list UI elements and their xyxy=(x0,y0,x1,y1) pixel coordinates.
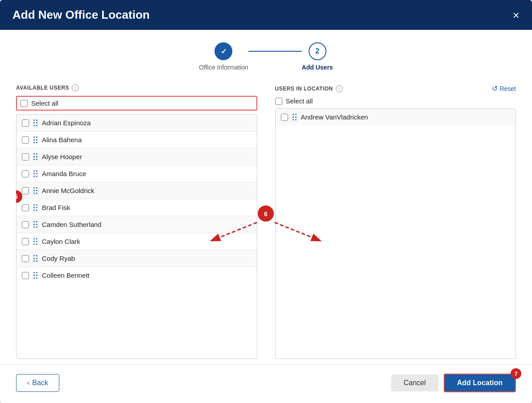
users-in-location-select-all-checkbox[interactable] xyxy=(275,98,282,105)
list-item: Alina Bahena xyxy=(16,132,257,148)
back-button[interactable]: ‹ Back xyxy=(16,374,59,392)
close-button[interactable]: × xyxy=(513,9,520,21)
users-in-location-info-icon[interactable]: i xyxy=(336,85,343,92)
available-users-panel: 5 AVAILABLE USERS i Select all Adrian Es… xyxy=(16,84,266,359)
user-checkbox[interactable] xyxy=(22,187,29,194)
user-checkbox[interactable] xyxy=(22,221,29,228)
content-area: 5 AVAILABLE USERS i Select all Adrian Es… xyxy=(16,84,516,359)
available-users-list[interactable]: Adrian Espinoza Alina Bahena Alyse Hoope… xyxy=(16,114,257,359)
user-name: Adrian Espinoza xyxy=(42,119,91,127)
user-checkbox[interactable] xyxy=(22,255,29,262)
available-users-select-all-checkbox[interactable] xyxy=(21,100,28,107)
user-name: Brad Fisk xyxy=(42,204,70,211)
user-checkbox[interactable] xyxy=(22,272,29,279)
drag-handle[interactable] xyxy=(33,170,37,177)
modal: Add New Office Location × ✓ Office Infor… xyxy=(0,0,532,403)
step-1-circle: ✓ xyxy=(214,42,232,60)
list-item: Annie McGoldrick xyxy=(16,182,257,199)
user-name: Camden Sutherland xyxy=(42,221,101,228)
add-location-button[interactable]: Add Location xyxy=(444,374,516,392)
drag-handle[interactable] xyxy=(33,204,37,211)
badge-7: 7 xyxy=(511,368,521,379)
add-location-wrapper: 7 Add Location xyxy=(444,374,516,392)
drag-handle[interactable] xyxy=(33,119,37,126)
user-name: Alyse Hooper xyxy=(42,153,82,160)
user-name: Cody Ryab xyxy=(42,255,75,262)
list-item: Cody Ryab xyxy=(16,250,257,267)
drag-handle[interactable] xyxy=(33,238,37,245)
footer-right: Cancel 7 Add Location xyxy=(391,374,516,392)
user-name: Andrew VanVladricken xyxy=(301,113,368,121)
modal-title: Add New Office Location xyxy=(12,8,150,22)
available-users-info-icon[interactable]: i xyxy=(72,84,79,91)
user-name: Amanda Bruce xyxy=(42,170,86,177)
available-users-select-all-row: Select all xyxy=(16,96,257,111)
user-name: Annie McGoldrick xyxy=(42,187,95,194)
list-item: Andrew VanVladricken xyxy=(276,109,516,125)
modal-header: Add New Office Location × xyxy=(0,0,532,30)
drag-handle[interactable] xyxy=(33,136,37,143)
step-2-label: Add Users xyxy=(302,64,333,71)
reset-button[interactable]: ↺ Reset xyxy=(492,84,516,93)
step-1-label: Office Information xyxy=(199,64,248,71)
modal-body: ✓ Office Information 2 Add Users 5 AVAIL… xyxy=(0,30,532,359)
users-in-location-header: USERS IN LOCATION i ↺ Reset xyxy=(275,84,516,93)
drag-handle[interactable] xyxy=(33,187,37,194)
list-item: Adrian Espinoza xyxy=(16,115,257,132)
user-checkbox[interactable] xyxy=(22,238,29,245)
user-name: Colleen Bennett xyxy=(42,271,90,279)
user-name: Alina Bahena xyxy=(42,136,82,144)
reset-icon: ↺ xyxy=(492,84,498,93)
reset-label: Reset xyxy=(499,85,516,92)
user-checkbox[interactable] xyxy=(22,136,29,144)
available-users-select-all-label: Select all xyxy=(31,99,58,107)
user-checkbox[interactable] xyxy=(22,153,29,160)
user-checkbox[interactable] xyxy=(22,204,29,211)
back-chevron-icon: ‹ xyxy=(27,379,29,387)
drag-handle[interactable] xyxy=(293,114,297,120)
drag-handle[interactable] xyxy=(33,272,37,279)
step-2: 2 Add Users xyxy=(302,42,333,71)
users-in-location-title: USERS IN LOCATION xyxy=(275,86,333,92)
stepper: ✓ Office Information 2 Add Users xyxy=(16,42,516,71)
list-item: Camden Sutherland xyxy=(16,216,257,233)
modal-footer: ‹ Back Cancel 7 Add Location xyxy=(0,364,532,403)
add-location-label: Add Location xyxy=(457,379,503,387)
list-item: Brad Fisk xyxy=(16,199,257,216)
drag-handle[interactable] xyxy=(33,255,37,262)
step-1: ✓ Office Information xyxy=(199,42,248,71)
drag-handle[interactable] xyxy=(33,153,37,160)
close-icon: × xyxy=(513,8,520,22)
list-item: Amanda Bruce xyxy=(16,165,257,182)
available-users-title: AVAILABLE USERS xyxy=(16,85,69,91)
users-in-location-list[interactable]: Andrew VanVladricken xyxy=(275,108,516,359)
user-checkbox[interactable] xyxy=(22,119,29,127)
cancel-label: Cancel xyxy=(404,379,426,387)
cancel-button[interactable]: Cancel xyxy=(391,374,438,391)
list-item: Caylon Clark xyxy=(16,233,257,250)
users-in-location-select-all-label: Select all xyxy=(286,97,313,105)
step-2-circle: 2 xyxy=(309,42,326,60)
users-in-location-panel: USERS IN LOCATION i ↺ Reset Select all xyxy=(266,84,516,359)
drag-handle[interactable] xyxy=(33,221,37,228)
back-label: Back xyxy=(32,379,48,387)
content-wrapper: 5 AVAILABLE USERS i Select all Adrian Es… xyxy=(16,84,516,359)
step-connector xyxy=(248,51,302,52)
available-users-header: AVAILABLE USERS i xyxy=(16,84,257,91)
user-checkbox[interactable] xyxy=(281,114,288,121)
list-item: Alyse Hooper xyxy=(16,148,257,165)
user-name: Caylon Clark xyxy=(42,238,80,245)
user-checkbox[interactable] xyxy=(22,170,29,177)
list-item: Colleen Bennett xyxy=(16,267,257,284)
